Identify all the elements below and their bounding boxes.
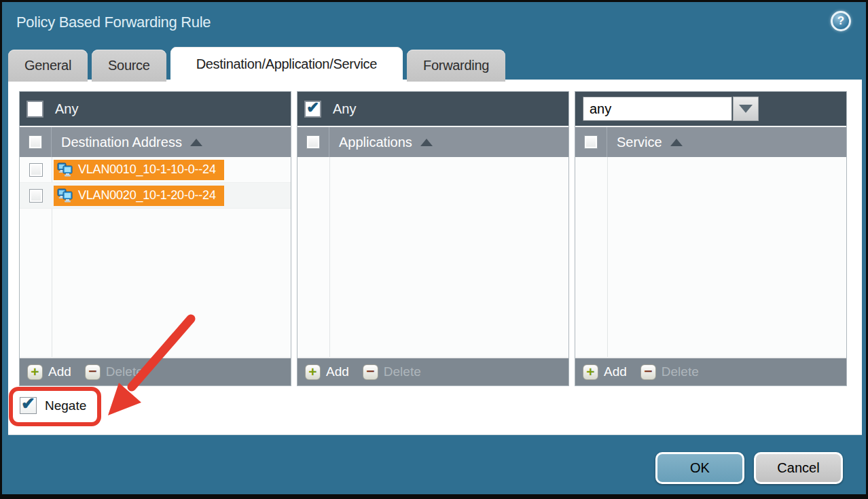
sort-asc-icon: [670, 139, 683, 146]
applications-column: Any Applications + Add: [297, 91, 569, 386]
applications-footer: + Add − Delete: [297, 357, 568, 385]
chevron-down-icon: [739, 105, 753, 113]
service-header: Service: [575, 126, 846, 157]
negate-checkbox[interactable]: [20, 397, 37, 414]
delete-button[interactable]: − Delete: [640, 364, 699, 380]
add-icon: +: [27, 364, 43, 380]
sort-asc-icon: [420, 139, 433, 146]
destination-address-list: VLAN0010_10-1-10-0--24: [20, 157, 291, 357]
address-object-name: VLAN0020_10-1-20-0--24: [78, 188, 216, 203]
destination-selectall-checkbox[interactable]: [29, 135, 42, 149]
delete-icon: −: [85, 364, 101, 380]
tab-forwarding[interactable]: Forwarding: [407, 50, 505, 82]
service-header-label[interactable]: Service: [607, 135, 683, 150]
tab-general[interactable]: General: [8, 50, 88, 82]
service-dropdown[interactable]: any: [583, 97, 759, 121]
service-list: [575, 157, 846, 357]
service-footer: + Add − Delete: [575, 357, 846, 385]
negate-control: Negate: [20, 397, 86, 414]
destination-header-label[interactable]: Destination Address: [52, 135, 202, 150]
destination-address-header: Destination Address: [20, 126, 291, 157]
policy-based-forwarding-dialog: Policy Based Forwarding Rule ? General S…: [0, 0, 868, 499]
add-icon: +: [305, 364, 321, 380]
destination-any-checkbox[interactable]: [27, 101, 43, 117]
applications-header: Applications: [297, 126, 568, 157]
tab-source[interactable]: Source: [92, 50, 166, 82]
destination-any-bar: Any: [20, 92, 291, 126]
destination-any-label: Any: [55, 101, 78, 117]
applications-any-label: Any: [333, 101, 356, 117]
add-button[interactable]: + Add: [583, 364, 627, 380]
service-dropdown-value[interactable]: any: [583, 97, 732, 121]
add-button[interactable]: + Add: [305, 364, 349, 380]
row-checkbox[interactable]: [29, 163, 43, 177]
cancel-button[interactable]: Cancel: [754, 452, 843, 484]
add-button[interactable]: + Add: [27, 364, 71, 380]
row-checkbox[interactable]: [29, 189, 43, 203]
table-row[interactable]: VLAN0020_10-1-20-0--24: [20, 183, 291, 209]
delete-button[interactable]: − Delete: [85, 364, 143, 380]
columns-container: Any Destination Address: [19, 91, 847, 386]
tab-destination-application-service[interactable]: Destination/Application/Service: [170, 47, 403, 82]
tab-content-panel: Any Destination Address: [8, 80, 862, 435]
dialog-title: Policy Based Forwarding Rule: [16, 14, 211, 31]
tab-bar: General Source Destination/Application/S…: [8, 47, 505, 82]
applications-header-label[interactable]: Applications: [329, 135, 433, 150]
add-icon: +: [583, 364, 598, 380]
destination-address-column: Any Destination Address: [19, 91, 291, 386]
checkbox-column-divider: [607, 157, 608, 357]
destination-footer: + Add − Delete: [20, 357, 291, 385]
applications-any-checkbox[interactable]: [305, 101, 321, 117]
address-object-name: VLAN0010_10-1-10-0--24: [78, 162, 216, 177]
sort-asc-icon: [190, 139, 202, 146]
help-icon[interactable]: ?: [831, 11, 851, 31]
applications-list: [297, 157, 568, 357]
network-icon: [57, 188, 73, 203]
delete-icon: −: [363, 364, 378, 380]
address-object-chip[interactable]: VLAN0020_10-1-20-0--24: [54, 186, 224, 206]
applications-selectall-checkbox[interactable]: [306, 135, 320, 149]
service-dropdown-button[interactable]: [733, 97, 759, 121]
delete-icon: −: [640, 364, 656, 380]
service-column: any Service: [575, 91, 847, 386]
address-object-chip[interactable]: VLAN0010_10-1-10-0--24: [54, 160, 224, 180]
service-selectall-checkbox[interactable]: [584, 135, 598, 149]
checkbox-column-divider: [329, 157, 330, 357]
applications-any-bar: Any: [297, 92, 568, 126]
delete-button[interactable]: − Delete: [363, 364, 421, 380]
service-select-bar: any: [575, 92, 846, 126]
negate-label: Negate: [45, 398, 86, 413]
network-icon: [57, 162, 73, 177]
ok-button[interactable]: OK: [655, 452, 744, 484]
table-row[interactable]: VLAN0010_10-1-10-0--24: [20, 157, 291, 183]
